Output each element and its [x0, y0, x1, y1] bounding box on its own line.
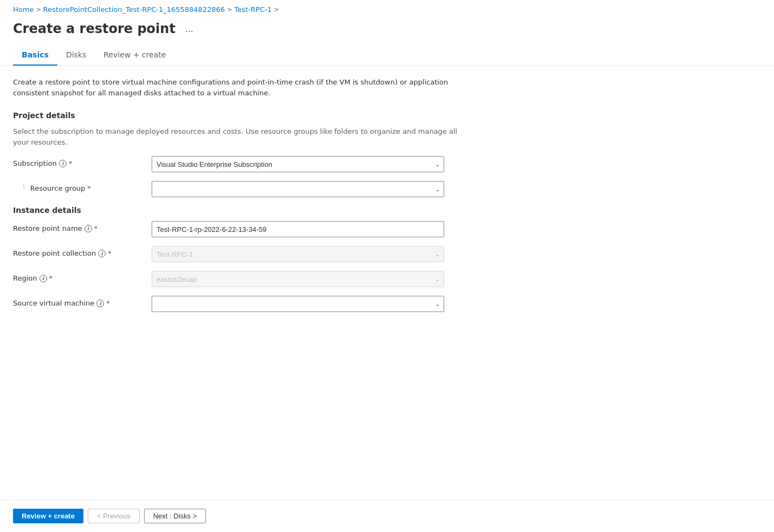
restore-point-name-control [152, 221, 444, 237]
source-vm-info-icon[interactable]: i [96, 300, 104, 307]
breadcrumb-sep-3: > [274, 6, 279, 13]
resource-group-select[interactable] [152, 181, 444, 197]
footer: Review + create < Previous Next : Disks … [0, 499, 774, 532]
subscription-select-wrapper: Visual Studio Enterprise Subscription ⌄ [152, 156, 444, 172]
region-label-col: Region i * [13, 271, 143, 282]
resource-group-label: Resource group [30, 184, 86, 192]
resource-group-label-col: └ Resource group * [22, 181, 143, 192]
source-vm-label: Source virtual machine [13, 299, 94, 307]
restore-point-name-input[interactable] [152, 221, 444, 237]
region-select-wrapper: eastus2euap ⌄ [152, 271, 444, 287]
review-create-button[interactable]: Review + create [13, 509, 83, 523]
breadcrumb-collection[interactable]: RestorePointCollection_Test-RPC-1_165588… [43, 5, 225, 14]
region-required: * [49, 274, 53, 282]
resource-group-required: * [87, 184, 91, 192]
page-header: Create a restore point ... [0, 19, 774, 45]
project-section-title: Project details [13, 111, 474, 120]
previous-button[interactable]: < Previous [88, 509, 140, 523]
breadcrumb-home[interactable]: Home [13, 5, 34, 14]
source-vm-required: * [106, 299, 110, 307]
restore-point-collection-row: Restore point collection i * Test-RPC-1 … [13, 246, 474, 262]
region-info-icon[interactable]: i [40, 275, 47, 282]
source-vm-select-wrapper: ⌄ [152, 296, 444, 312]
subscription-select[interactable]: Visual Studio Enterprise Subscription [152, 156, 444, 172]
restore-point-collection-info-icon[interactable]: i [98, 250, 106, 257]
restore-point-name-row: Restore point name i * [13, 221, 474, 237]
subscription-label-col: Subscription i * [13, 156, 143, 167]
restore-point-collection-select-wrapper: Test-RPC-1 ⌄ [152, 246, 444, 262]
subscription-info-icon[interactable]: i [59, 160, 67, 167]
restore-point-collection-required: * [108, 249, 112, 257]
restore-point-name-label: Restore point name [13, 224, 82, 232]
subscription-row: Subscription i * Visual Studio Enterpris… [13, 156, 474, 172]
tab-bar: Basics Disks Review + create [0, 45, 774, 66]
source-vm-select[interactable] [152, 296, 444, 312]
region-row: Region i * eastus2euap ⌄ [13, 271, 474, 287]
restore-point-name-info-icon[interactable]: i [84, 225, 92, 232]
subscription-control: Visual Studio Enterprise Subscription ⌄ [152, 156, 444, 172]
restore-point-collection-control: Test-RPC-1 ⌄ [152, 246, 444, 262]
main-content: Create a restore point to store virtual … [0, 66, 487, 332]
resource-group-select-wrapper: ⌄ [152, 181, 444, 197]
restore-point-name-required: * [94, 224, 98, 232]
breadcrumb-sep-1: > [36, 6, 41, 13]
restore-point-collection-select[interactable]: Test-RPC-1 [152, 246, 444, 262]
region-label: Region [13, 274, 37, 282]
breadcrumb-rpc[interactable]: Test-RPC-1 [234, 5, 271, 14]
ellipsis-button[interactable]: ... [182, 22, 197, 36]
instance-details-section: Instance details Restore point name i * … [13, 206, 474, 312]
source-vm-label-col: Source virtual machine i * [13, 296, 143, 307]
source-vm-control: ⌄ [152, 296, 444, 312]
project-section-desc: Select the subscription to manage deploy… [13, 126, 474, 147]
breadcrumb: Home > RestorePointCollection_Test-RPC-1… [0, 0, 774, 19]
tab-disks[interactable]: Disks [57, 45, 95, 66]
restore-point-collection-label-col: Restore point collection i * [13, 246, 143, 257]
instance-section-title: Instance details [13, 206, 474, 215]
subscription-required: * [69, 159, 73, 167]
region-control: eastus2euap ⌄ [152, 271, 444, 287]
breadcrumb-sep-2: > [227, 6, 232, 13]
restore-point-collection-label: Restore point collection [13, 249, 96, 257]
next-disks-button[interactable]: Next : Disks > [144, 509, 206, 523]
resource-group-row: └ Resource group * ⌄ [22, 181, 474, 197]
project-details-section: Project details Select the subscription … [13, 111, 474, 197]
tab-review-create[interactable]: Review + create [95, 45, 174, 66]
page-title: Create a restore point [13, 21, 175, 36]
subscription-label: Subscription [13, 159, 57, 167]
region-select[interactable]: eastus2euap [152, 271, 444, 287]
resource-group-control: ⌄ [152, 181, 444, 197]
restore-point-name-label-col: Restore point name i * [13, 221, 143, 232]
page-description: Create a restore point to store virtual … [13, 77, 474, 98]
tab-basics[interactable]: Basics [13, 45, 57, 66]
source-vm-row: Source virtual machine i * ⌄ [13, 296, 474, 312]
